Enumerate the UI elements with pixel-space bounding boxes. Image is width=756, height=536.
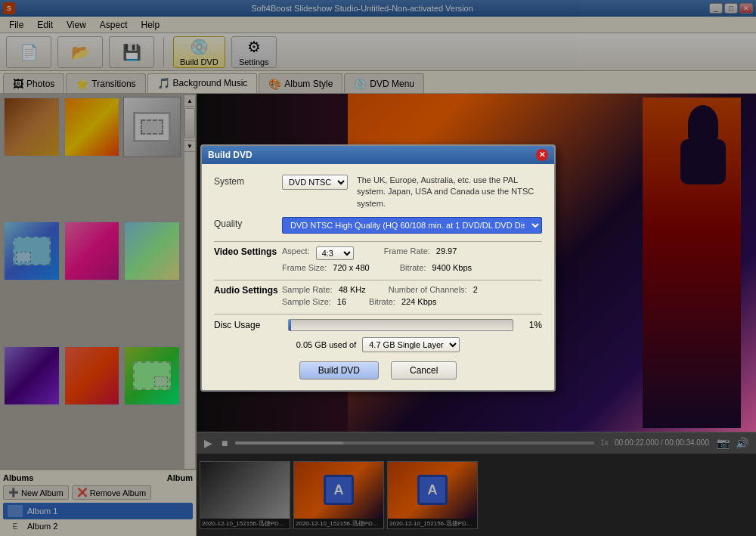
video-settings-row: Video Settings Aspect: 4:3 16:9 bbox=[214, 246, 542, 272]
dialog-titlebar: Build DVD ✕ bbox=[202, 146, 554, 164]
sample-size-value: 16 bbox=[337, 297, 346, 306]
video-settings-content: Aspect: 4:3 16:9 Frame Rate: 29.97 bbox=[282, 246, 542, 272]
system-select[interactable]: DVD NTSC DVD PAL bbox=[282, 175, 348, 190]
video-bitrate-label: Bitrate: bbox=[400, 263, 426, 272]
channels-label: Number of Channels: bbox=[389, 285, 467, 294]
sample-size-label: Sample Size: bbox=[282, 297, 331, 306]
sample-rate-pair: Sample Rate: 48 KHz bbox=[282, 285, 366, 294]
frame-size-label: Frame Size: bbox=[282, 263, 327, 272]
dialog-buttons: Build DVD Cancel bbox=[214, 361, 542, 380]
dialog-title: Build DVD bbox=[208, 150, 253, 160]
dialog-content: System DVD NTSC DVD PAL The UK, Europe, … bbox=[202, 164, 554, 390]
aspect-label: Aspect: bbox=[282, 246, 310, 260]
system-control: DVD NTSC DVD PAL The UK, Europe, Austral… bbox=[282, 175, 542, 209]
quality-row: Quality DVD NTSC High Quality (HQ 60/108… bbox=[214, 217, 542, 234]
audio-bitrate-label: Bitrate: bbox=[369, 297, 395, 306]
modal-overlay: Build DVD ✕ System DVD NTSC DVD PAL The … bbox=[0, 0, 756, 536]
divider-2 bbox=[214, 280, 542, 280]
system-row: System DVD NTSC DVD PAL The UK, Europe, … bbox=[214, 175, 542, 209]
aspect-pair: Aspect: 4:3 16:9 bbox=[282, 246, 354, 260]
audio-bitrate-pair: Bitrate: 224 Kbps bbox=[369, 297, 436, 306]
audio-bitrate-value: 224 Kbps bbox=[401, 297, 436, 306]
aspect-select[interactable]: 4:3 16:9 bbox=[316, 246, 354, 260]
build-dvd-confirm-button[interactable]: Build DVD bbox=[299, 361, 379, 380]
frame-size-pair: Frame Size: 720 x 480 bbox=[282, 263, 370, 272]
audio-settings-row: Audio Settings Sample Rate: 48 KHz Numbe… bbox=[214, 285, 542, 306]
frame-rate-value: 29.97 bbox=[436, 246, 457, 260]
sample-rate-label: Sample Rate: bbox=[282, 285, 333, 294]
build-dvd-dialog: Build DVD ✕ System DVD NTSC DVD PAL The … bbox=[200, 144, 556, 392]
disc-usage-label: Disc Usage bbox=[214, 320, 282, 330]
frame-rate-pair: Frame Rate: 29.97 bbox=[384, 246, 457, 260]
channels-pair: Number of Channels: 2 bbox=[389, 285, 478, 294]
disc-usage-row: Disc Usage 1% bbox=[214, 319, 542, 331]
dialog-close-button[interactable]: ✕ bbox=[536, 149, 548, 161]
system-description: The UK, Europe, Australia, etc. use the … bbox=[357, 175, 542, 209]
frame-size-value: 720 x 480 bbox=[333, 263, 369, 272]
sample-rate-value: 48 KHz bbox=[339, 285, 366, 294]
cancel-button[interactable]: Cancel bbox=[391, 361, 457, 380]
disc-usage-fill bbox=[289, 320, 291, 330]
quality-label: Quality bbox=[214, 217, 282, 229]
quality-select[interactable]: DVD NTSC High Quality (HQ 60/108 min. at… bbox=[282, 217, 542, 234]
video-settings-label: Video Settings bbox=[214, 246, 282, 257]
system-label: System bbox=[214, 175, 282, 187]
video-bitrate-pair: Bitrate: 9400 Kbps bbox=[400, 263, 472, 272]
disc-usage-pct: 1% bbox=[519, 320, 542, 330]
disc-used-label: 0.05 GB used of bbox=[296, 340, 357, 349]
disc-usage-bar bbox=[288, 319, 513, 331]
frame-rate-label: Frame Rate: bbox=[384, 246, 430, 260]
quality-control: DVD NTSC High Quality (HQ 60/108 min. at… bbox=[282, 217, 542, 234]
video-bitrate-value: 9400 Kbps bbox=[432, 263, 472, 272]
sample-size-pair: Sample Size: 16 bbox=[282, 297, 346, 306]
audio-settings-content: Sample Rate: 48 KHz Number of Channels: … bbox=[282, 285, 542, 306]
disc-size-row: 0.05 GB used of 4.7 GB Single Layer 8.5 … bbox=[214, 337, 542, 352]
disc-size-select[interactable]: 4.7 GB Single Layer 8.5 GB Dual Layer bbox=[362, 337, 460, 352]
divider-1 bbox=[214, 241, 542, 242]
audio-settings-label: Audio Settings bbox=[214, 285, 282, 296]
channels-value: 2 bbox=[473, 285, 478, 294]
divider-3 bbox=[214, 314, 542, 314]
